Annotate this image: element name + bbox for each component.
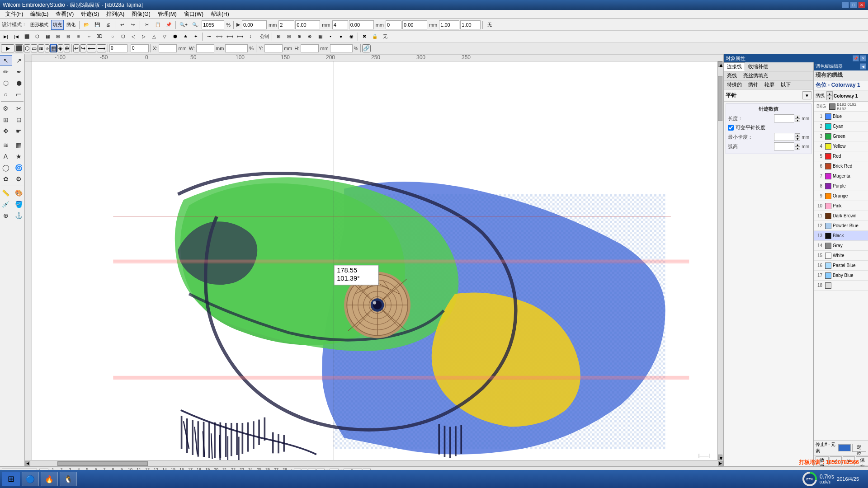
tb2-9[interactable]: ↔ [84, 32, 94, 42]
extra2-input[interactable] [402, 20, 427, 29]
tb2-grid6[interactable]: ▪ [326, 32, 335, 42]
pen-tool[interactable]: ✒ [13, 66, 25, 77]
color-list-item-1[interactable]: 1Blue [814, 112, 868, 122]
menu-arrange[interactable]: 排列(A) [103, 9, 128, 19]
stitch-num2-input[interactable] [131, 44, 149, 52]
scale-input[interactable] [332, 20, 348, 29]
tb3-2[interactable]: ⬛ [15, 44, 24, 52]
zoom-input[interactable]: 1055 [202, 20, 224, 29]
color-list-item-11[interactable]: 11Dark Brown [814, 211, 868, 221]
tb-copy[interactable]: 📋 [153, 20, 163, 30]
scale2-input[interactable] [439, 20, 459, 29]
select-tool[interactable]: ↖ [0, 55, 12, 66]
tab-shrink[interactable]: 收缩补偿 [745, 62, 771, 71]
x-val-input[interactable]: 0.00 [159, 44, 177, 52]
color-list-item-8[interactable]: 8Purple [814, 181, 868, 191]
tb3-9[interactable]: ⊕ [64, 44, 70, 52]
stitch-type-expand[interactable]: ▼ [802, 91, 811, 99]
color-list-item-3[interactable]: 3Green [814, 131, 868, 141]
tb2-grid5[interactable]: ▦ [315, 32, 325, 42]
tab-special[interactable]: 特殊的 [724, 80, 745, 89]
tab-connect[interactable]: 连接线 [724, 62, 745, 71]
close-button[interactable]: ✕ [858, 2, 865, 8]
h-scrollbar[interactable]: ◀ ▶ [25, 460, 723, 466]
tb-zoom-in[interactable]: 🔍+ [178, 20, 189, 30]
taskbar-app1[interactable]: 🔵 [22, 472, 39, 486]
stitch-num-input[interactable] [109, 44, 127, 52]
tb2-align4[interactable]: ⟼ [235, 32, 245, 42]
length-input[interactable]: 3.50 [774, 114, 794, 122]
stop-num-input[interactable]: 1 [838, 444, 851, 451]
eyedrop-tool[interactable]: 💉 [0, 199, 12, 210]
h-scroll-thumb[interactable] [57, 461, 148, 466]
tb2-2[interactable]: |◀ [11, 32, 21, 42]
zoom-out-tool[interactable]: ⊟ [13, 114, 25, 125]
color-list-item-4[interactable]: 4Yellow [814, 141, 868, 151]
tb2-shape2[interactable]: ⬡ [118, 32, 128, 42]
tb3-nav1[interactable]: ↩ [73, 44, 80, 52]
tb-cut[interactable]: ✂ [142, 20, 152, 30]
tb-graph-mode[interactable]: 图形模式 [28, 20, 50, 30]
color-list-item-14[interactable]: 14Gray [814, 241, 868, 251]
tb-save[interactable]: 💾 [92, 20, 102, 30]
tb3-1[interactable]: ▶ [1, 44, 14, 52]
tab-silk[interactable]: 亮丝绣填充 [740, 71, 771, 80]
tb2-sel1[interactable]: ✖ [359, 32, 369, 42]
v-scroll-thumb[interactable] [718, 76, 722, 121]
length-spin-up[interactable]: ▲ [795, 115, 800, 118]
tb2-3d[interactable]: 3D [94, 32, 104, 42]
h-val-input[interactable]: 0.00 [301, 44, 319, 52]
tb2-grid2[interactable]: ⊟ [284, 32, 294, 42]
rect-tool[interactable]: ▭ [13, 89, 25, 100]
tab-outline[interactable]: 轮廓 [761, 80, 778, 89]
tb2-none[interactable]: 无 [380, 32, 390, 42]
tb2-shape3[interactable]: ◁ [128, 32, 138, 42]
color-list-item-2[interactable]: 2Cyan [814, 122, 868, 131]
menu-help[interactable]: 帮助(H) [207, 9, 233, 19]
color-list-item-17[interactable]: 17Baby Blue [814, 271, 868, 281]
menu-edit[interactable]: 编辑(E) [27, 9, 52, 19]
tb2-1[interactable]: ▶| [1, 32, 11, 42]
scissors-tool[interactable]: ✂ [13, 103, 25, 114]
zoom-in-tool[interactable]: ⊞ [0, 114, 12, 125]
arc-spin-up[interactable]: ▲ [795, 143, 800, 146]
obj-props-close[interactable]: ✕ [860, 55, 866, 61]
min-length-spin-up[interactable]: ▲ [795, 133, 800, 137]
color-list-item-6[interactable]: 6Brick Red [814, 161, 868, 171]
tb2-shape6[interactable]: ▽ [160, 32, 170, 42]
menu-stitch[interactable]: 针迹(S) [77, 9, 103, 19]
gear-tool[interactable]: ⚙ [13, 174, 25, 184]
extra-input[interactable] [386, 20, 401, 29]
menu-file[interactable]: 文件(F) [2, 9, 27, 19]
text-tool[interactable]: A [0, 151, 12, 162]
poly-tool[interactable]: ⬢ [13, 78, 25, 89]
define-button[interactable]: 定位 [852, 444, 866, 452]
tab-below[interactable]: 以下 [778, 80, 794, 89]
tb3-4[interactable]: ▭ [31, 44, 38, 52]
tb2-shape8[interactable]: ★ [180, 32, 190, 42]
tb-emboss-mode[interactable]: 绣化 [65, 20, 77, 30]
hand-tool[interactable]: ☛ [13, 126, 25, 136]
menu-window[interactable]: 窗口(W) [180, 9, 207, 19]
menu-manage[interactable]: 管理(M) [154, 9, 180, 19]
coord-y-input[interactable] [295, 20, 320, 29]
tb2-align3[interactable]: ⟻ [225, 32, 235, 42]
min-length-spin-down[interactable]: ▼ [795, 137, 800, 141]
tb-paste[interactable]: 📌 [164, 20, 174, 30]
anchor-tool[interactable]: ⚓ [13, 210, 25, 221]
tb-more1[interactable]: 无 [485, 20, 495, 30]
tb2-grid3[interactable]: ⊕ [294, 32, 304, 42]
color-list-item-16[interactable]: 16Pastel Blue [814, 261, 868, 271]
tb-undo[interactable]: ↩ [117, 20, 127, 30]
stitch-tool[interactable]: ≋ [0, 140, 12, 150]
y-val-input[interactable]: 0.00 [264, 44, 283, 52]
start-button[interactable]: ⊞ [2, 472, 20, 486]
arc-input[interactable]: 0.05 [774, 142, 794, 150]
tb2-lock[interactable]: 🔒 [370, 32, 380, 42]
v-scrollbar[interactable]: ▲ ▼ [717, 61, 723, 460]
tb-zoom-out[interactable]: 🔍- [190, 20, 201, 30]
coord-x-input[interactable] [242, 20, 267, 29]
tb3-7[interactable]: ▦ [50, 44, 57, 52]
bucket-tool[interactable]: 🪣 [13, 199, 25, 210]
h-scroll-right[interactable]: ▶ [718, 461, 723, 466]
